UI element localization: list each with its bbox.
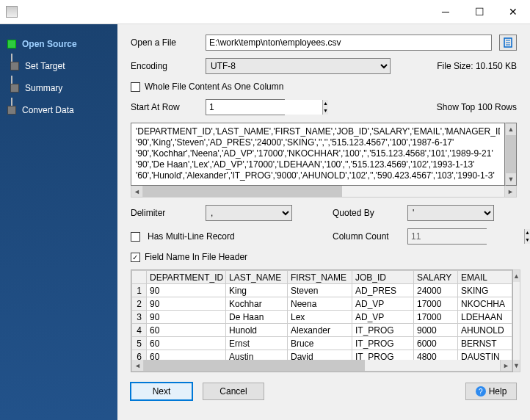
- preview-line: '90','De Haan','Lex','AD_VP','17000','LD…: [136, 159, 500, 170]
- scroll-down-icon[interactable]: ▼: [506, 173, 516, 185]
- col-header[interactable]: DEPARTMENT_ID: [147, 271, 226, 284]
- table-scrollbar-h[interactable]: ◄ ►: [131, 360, 512, 372]
- spinner-down-icon: ▼: [525, 236, 530, 244]
- table-cell: Kochhar: [226, 297, 288, 311]
- encoding-label: Encoding: [131, 61, 198, 71]
- column-count-label: Column Count: [333, 231, 400, 242]
- table-cell: De Haan: [226, 311, 288, 324]
- close-button[interactable]: ✕: [496, 0, 530, 23]
- preview-scrollbar-h[interactable]: ◄ ►: [131, 186, 517, 198]
- spinner-up-icon[interactable]: ▲: [323, 100, 328, 107]
- table-cell: 90: [147, 311, 226, 324]
- col-header[interactable]: SALARY: [414, 271, 458, 284]
- scroll-right-icon[interactable]: ►: [504, 186, 516, 197]
- step-open-source[interactable]: Open Source: [0, 33, 117, 55]
- table-cell: IT_PROG: [352, 337, 414, 350]
- next-button[interactable]: Next: [131, 383, 192, 400]
- table-cell: 9000: [414, 324, 458, 337]
- table-row[interactable]: 460HunoldAlexanderIT_PROG9000AHUNOLD: [132, 324, 512, 337]
- encoding-select[interactable]: UTF-8: [206, 58, 391, 74]
- maximize-button[interactable]: ☐: [462, 0, 496, 23]
- multiline-checkbox[interactable]: [131, 232, 140, 242]
- table-cell: AD_VP: [352, 311, 414, 324]
- preview-line: '90','Kochhar','Neena','AD_VP','17000','…: [136, 148, 500, 159]
- col-header[interactable]: FIRST_NAME: [288, 271, 352, 284]
- table-cell: Austin: [226, 350, 288, 361]
- table-cell: 4800: [414, 350, 458, 361]
- table-cell: IT_PROG: [352, 350, 414, 361]
- file-path-input[interactable]: [206, 35, 492, 51]
- step-label: Summary: [25, 83, 62, 93]
- column-count-spinner: ▲▼: [407, 228, 487, 245]
- scroll-left-icon[interactable]: ◄: [132, 360, 144, 371]
- browse-file-button[interactable]: [499, 35, 517, 51]
- step-label: Set Target: [25, 61, 65, 71]
- table-cell: Steven: [288, 284, 352, 297]
- table-cell: NKOCHHA: [458, 297, 512, 311]
- table-cell: 60: [147, 337, 226, 350]
- start-row-spinner[interactable]: ▲▼: [206, 99, 285, 115]
- multiline-label: Has Multi-Line Record: [148, 231, 235, 242]
- scrollbar-thumb[interactable]: [144, 360, 365, 371]
- table-cell: 60: [147, 350, 226, 361]
- row-number: 4: [132, 324, 147, 337]
- delimiter-label: Delimiter: [131, 208, 198, 218]
- table-cell: DAUSTIN: [458, 350, 512, 361]
- show-top-rows-label: Show Top 100 Rows: [437, 102, 517, 112]
- help-button[interactable]: ? Help: [465, 383, 517, 400]
- step-marker-icon: [10, 84, 19, 93]
- help-icon: ?: [476, 386, 486, 397]
- column-count-input: [408, 229, 524, 244]
- file-size-label: File Size: 10.150 KB: [437, 61, 517, 71]
- raw-preview: 'DEPARTMENT_ID','LAST_NAME','FIRST_NAME'…: [131, 123, 505, 186]
- table-cell: Ernst: [226, 337, 288, 350]
- table-header-row: DEPARTMENT_ID LAST_NAME FIRST_NAME JOB_I…: [132, 271, 512, 284]
- delimiter-select[interactable]: ,: [206, 205, 292, 221]
- table-row[interactable]: 560ErnstBruceIT_PROG6000BERNST: [132, 337, 512, 350]
- col-header[interactable]: JOB_ID: [352, 271, 414, 284]
- table-row[interactable]: 390De HaanLexAD_VP17000LDEHAAN: [132, 311, 512, 324]
- table-cell: Bruce: [288, 337, 352, 350]
- whole-file-checkbox[interactable]: [131, 82, 140, 92]
- row-header-corner: [132, 271, 147, 284]
- step-convert-data[interactable]: Convert Data: [0, 99, 117, 121]
- quoted-by-label: Quoted By: [333, 208, 400, 218]
- minimize-button[interactable]: ─: [429, 0, 462, 23]
- step-summary[interactable]: Summary: [0, 77, 117, 99]
- table-row[interactable]: 290KochharNeenaAD_VP17000NKOCHHA: [132, 297, 512, 311]
- table-cell: Alexander: [288, 324, 352, 337]
- table-cell: AD_PRES: [352, 284, 414, 297]
- scroll-up-icon[interactable]: ▲: [506, 123, 516, 135]
- scroll-left-icon[interactable]: ◄: [131, 186, 143, 197]
- table-cell: David: [288, 350, 352, 361]
- step-set-target[interactable]: Set Target: [0, 55, 117, 77]
- table-scrollbar-v[interactable]: ▲ ▼: [513, 269, 520, 372]
- table-row[interactable]: 660AustinDavidIT_PROG4800DAUSTIN: [132, 350, 512, 361]
- scroll-right-icon[interactable]: ►: [500, 360, 512, 371]
- table-cell: Lex: [288, 311, 352, 324]
- whole-file-label: Whole File Content As One Column: [145, 82, 283, 92]
- table-cell: 90: [147, 297, 226, 311]
- scroll-up-icon[interactable]: ▲: [513, 270, 520, 282]
- table-cell: 90: [147, 284, 226, 297]
- table-row[interactable]: 190KingStevenAD_PRES24000SKING: [132, 284, 512, 297]
- preview-line: '60','Hunold','Alexander','IT_PROG','900…: [136, 170, 500, 181]
- scroll-down-icon[interactable]: ▼: [513, 360, 520, 372]
- table-cell: 60: [147, 324, 226, 337]
- step-label: Convert Data: [22, 105, 74, 115]
- preview-scrollbar-v[interactable]: ▲ ▼: [505, 123, 517, 186]
- table-cell: AHUNOLD: [458, 324, 512, 337]
- spinner-down-icon[interactable]: ▼: [323, 107, 328, 115]
- cancel-button[interactable]: Cancel: [203, 383, 264, 400]
- open-file-label: Open a File: [131, 37, 198, 48]
- field-header-checkbox[interactable]: [131, 253, 140, 262]
- scrollbar-thumb[interactable]: [506, 135, 516, 173]
- scrollbar-thumb[interactable]: [143, 186, 342, 197]
- col-header[interactable]: EMAIL: [458, 271, 512, 284]
- step-marker-icon: [7, 106, 16, 115]
- app-icon: [6, 6, 18, 18]
- col-header[interactable]: LAST_NAME: [226, 271, 288, 284]
- quoted-by-select[interactable]: ': [407, 205, 494, 221]
- field-header-label: Field Name In File Header: [145, 252, 247, 262]
- start-row-input[interactable]: [206, 100, 322, 115]
